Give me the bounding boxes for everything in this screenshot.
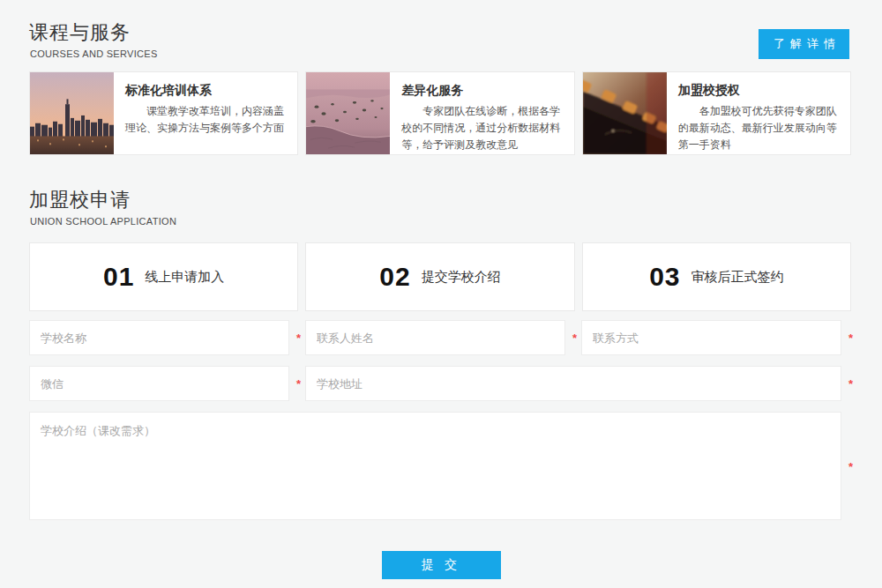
- contact-method-field-wrap: *: [581, 320, 841, 355]
- school-intro-field-wrap: *: [29, 412, 841, 520]
- submit-row: 提 交: [0, 551, 882, 579]
- submit-button[interactable]: 提 交: [382, 551, 501, 579]
- application-section-header: 加盟校申请 UNION SCHOOL APPLICATION: [0, 155, 882, 227]
- film-strip-photo: [583, 72, 667, 154]
- required-asterisk: *: [296, 332, 301, 344]
- contact-name-field-wrap: *: [305, 320, 565, 355]
- school-address-input[interactable]: [305, 366, 841, 401]
- school-address-field-wrap: *: [305, 366, 841, 401]
- wechat-input[interactable]: [29, 366, 289, 401]
- school-name-input[interactable]: [29, 320, 289, 355]
- card-description: 专家团队在线诊断，根据各学校的不同情况，通过分析数据材料等，给予评测及教改意见: [401, 103, 562, 154]
- card-description: 各加盟校可优先获得专家团队的最新动态、最新行业发展动向等第一手资料: [678, 103, 839, 154]
- required-asterisk: *: [296, 378, 301, 390]
- card-title: 差异化服务: [401, 83, 562, 99]
- step-label: 线上申请加入: [145, 269, 224, 286]
- required-asterisk: *: [572, 332, 577, 344]
- school-name-field-wrap: *: [29, 320, 289, 355]
- application-title: 加盟校申请: [29, 187, 851, 213]
- application-form: * * * * * *: [29, 320, 841, 520]
- desert-dunes-photo: [306, 72, 390, 154]
- contact-name-input[interactable]: [305, 320, 565, 355]
- application-steps: 01 线上申请加入 02 提交学校介绍 03 审核后正式签约: [29, 242, 851, 311]
- city-skyline-photo: [30, 72, 114, 154]
- courses-title: 课程与服务: [29, 19, 851, 46]
- contact-method-input[interactable]: [581, 320, 841, 355]
- step-3: 03 审核后正式签约: [582, 242, 851, 311]
- school-intro-textarea[interactable]: [29, 412, 841, 520]
- card-body: 加盟校授权 各加盟校可优先获得专家团队的最新动态、最新行业发展动向等第一手资料: [667, 72, 850, 154]
- step-1: 01 线上申请加入: [29, 242, 298, 311]
- card-title: 加盟校授权: [678, 83, 839, 99]
- step-number: 03: [649, 262, 680, 292]
- application-subtitle: UNION SCHOOL APPLICATION: [30, 216, 851, 227]
- required-asterisk: *: [848, 460, 853, 472]
- card-title: 标准化培训体系: [125, 83, 286, 99]
- required-asterisk: *: [848, 378, 853, 390]
- wechat-field-wrap: *: [29, 366, 289, 401]
- card-differentiated-service: 差异化服务 专家团队在线诊断，根据各学校的不同情况，通过分析数据材料等，给予评测…: [305, 71, 574, 155]
- step-label: 提交学校介绍: [422, 269, 501, 286]
- course-cards: 标准化培训体系 课堂教学改革培训，内容涵盖理论、实操方法与案例等多个方面: [29, 71, 851, 155]
- step-number: 01: [103, 262, 134, 292]
- card-body: 标准化培训体系 课堂教学改革培训，内容涵盖理论、实操方法与案例等多个方面: [114, 72, 297, 154]
- required-asterisk: *: [848, 332, 853, 344]
- step-2: 02 提交学校介绍: [305, 242, 574, 311]
- card-standard-training: 标准化培训体系 课堂教学改革培训，内容涵盖理论、实操方法与案例等多个方面: [29, 71, 298, 155]
- step-number: 02: [379, 262, 410, 292]
- step-label: 审核后正式签约: [691, 269, 784, 286]
- card-body: 差异化服务 专家团队在线诊断，根据各学校的不同情况，通过分析数据材料等，给予评测…: [390, 72, 573, 154]
- card-franchise-authorization: 加盟校授权 各加盟校可优先获得专家团队的最新动态、最新行业发展动向等第一手资料: [582, 71, 851, 155]
- courses-subtitle: COURSES AND SERVICES: [30, 48, 851, 59]
- learn-more-button[interactable]: 了解详情: [759, 29, 849, 59]
- courses-section-header: 课程与服务 COURSES AND SERVICES 了解详情: [0, 0, 882, 59]
- card-description: 课堂教学改革培训，内容涵盖理论、实操方法与案例等多个方面: [125, 103, 286, 137]
